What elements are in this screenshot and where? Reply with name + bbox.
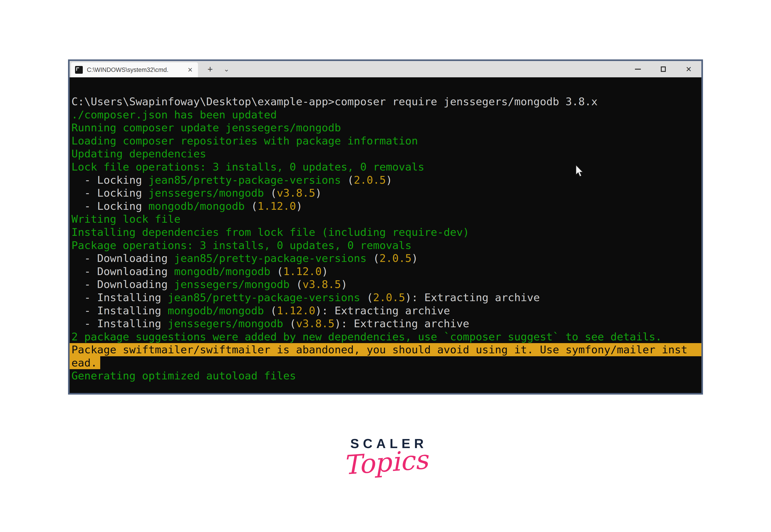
terminal-line: Generating optimized autoload files [71,369,700,382]
tab-dropdown-button[interactable]: ⌄ [224,66,229,73]
tab-cmd[interactable]: C:\WINDOWS\system32\cmd. × [71,62,198,77]
terminal-line: - Locking mongodb/mongodb (1.12.0) [71,200,700,213]
mouse-cursor [576,165,586,180]
terminal-line: Updating dependencies [71,147,700,160]
terminal-output[interactable]: C:\Users\Swapinfoway\Desktop\example-app… [70,77,701,382]
terminal-line: - Downloading jenssegers/mongodb (v3.8.5… [71,278,700,291]
maximize-button[interactable] [651,61,676,77]
terminal-line: - Installing mongodb/mongodb (1.12.0): E… [71,304,700,317]
terminal-line: Loading composer repositories with packa… [71,134,700,147]
terminal-line: - Locking jenssegers/mongodb (v3.8.5) [71,186,700,200]
close-icon: × [686,64,692,74]
terminal-window: C:\WINDOWS\system32\cmd. × + ⌄ × C:\User… [68,59,703,395]
window-controls: × [625,61,701,77]
terminal-line: Running composer update jenssegers/mongo… [71,121,700,134]
maximize-icon [661,66,666,72]
terminal-line: - Downloading mongodb/mongodb (1.12.0) [71,265,700,278]
terminal-line: - Installing jenssegers/mongodb (v3.8.5)… [71,317,700,330]
minimize-button[interactable] [625,61,651,77]
tab-close-icon[interactable]: × [186,66,194,74]
terminal-line: C:\Users\Swapinfoway\Desktop\example-app… [71,95,700,108]
terminal-line: - Locking jean85/pretty-package-versions… [71,173,700,187]
terminal-line: ead. [70,356,100,369]
terminal-line: Writing lock file [71,212,700,226]
terminal-line: - Downloading jean85/pretty-package-vers… [71,252,700,265]
cmd-prompt-icon [75,66,83,74]
tab-bar: C:\WINDOWS\system32\cmd. × + ⌄ × [70,61,701,77]
terminal-line: 2 package suggestions were added by new … [71,330,700,343]
terminal-line: Lock file operations: 3 installs, 0 upda… [71,160,700,173]
terminal-line: Package swiftmailer/swiftmailer is aband… [70,343,701,356]
terminal-line: Package operations: 3 installs, 0 update… [71,239,700,252]
tab-title: C:\WINDOWS\system32\cmd. [87,66,182,73]
scaler-topics-logo: SCALER Topics [0,436,771,477]
new-tab-button[interactable]: + [207,65,213,74]
logo-topics-text: Topics [0,421,771,504]
minimize-icon [635,69,641,70]
terminal-line: ./composer.json has been updated [71,108,700,121]
terminal-line: - Installing jean85/pretty-package-versi… [71,291,700,304]
close-button[interactable]: × [676,61,701,77]
terminal-line: Installing dependencies from lock file (… [71,226,700,239]
